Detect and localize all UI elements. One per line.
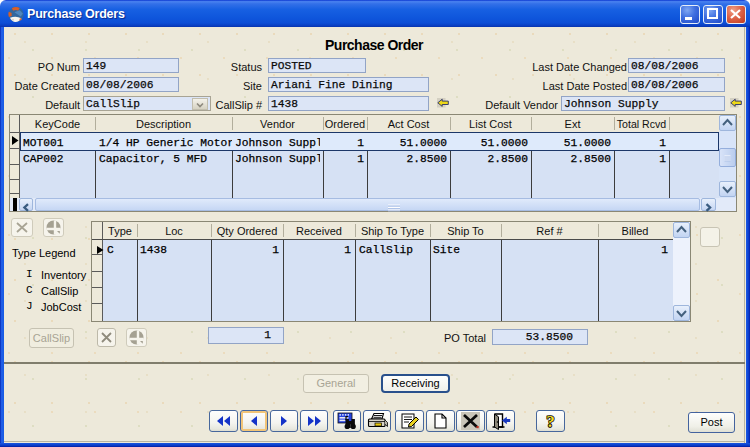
svg-text:?: ? — [546, 412, 555, 431]
